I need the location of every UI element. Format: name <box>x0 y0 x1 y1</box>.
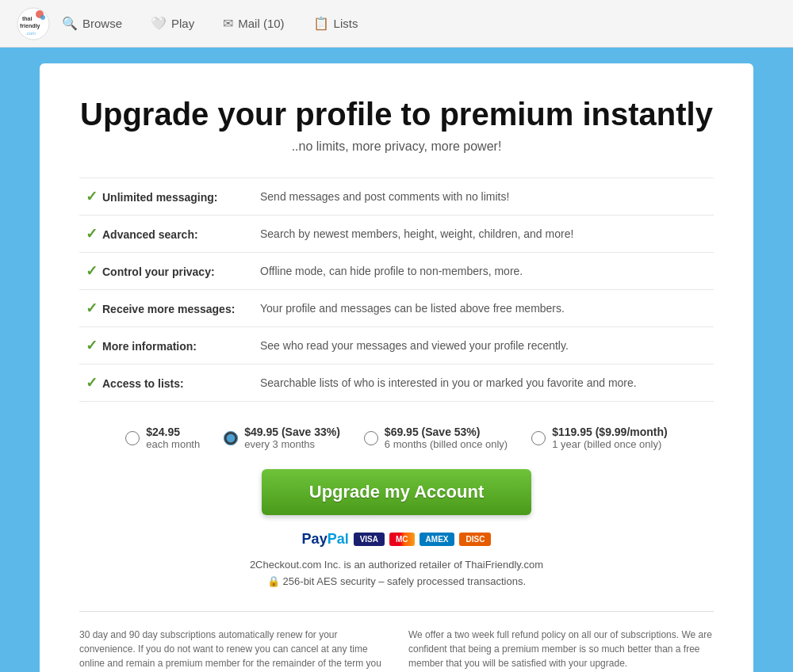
discover-badge: DISC <box>459 533 491 546</box>
list-icon: 📋 <box>313 16 329 31</box>
pricing-option-3months[interactable]: $49.95 (Save 33%) every 3 months <box>224 426 340 450</box>
logo[interactable]: thai friendly .com <box>16 6 51 41</box>
svg-text:.com: .com <box>25 31 36 36</box>
logo-icon: thai friendly .com <box>16 6 51 41</box>
payment-row: PayPal VISA MC AMEX DISC <box>79 531 714 548</box>
feature-row: ✓Unlimited messaging: Send messages and … <box>79 178 714 216</box>
security-aes: 🔒 256-bit AES security – safely processe… <box>79 575 714 587</box>
feature-label: ✓More information: <box>79 327 254 365</box>
pricing-label-3months[interactable]: $49.95 (Save 33%) every 3 months <box>244 426 340 450</box>
pricing-sub-6months: 6 months (billed once only) <box>385 438 508 450</box>
pricing-row: $24.95 each month $49.95 (Save 33%) ever… <box>79 426 714 450</box>
nav-browse[interactable]: 🔍 Browse <box>51 10 133 37</box>
page-subtitle: ..no limits, more privacy, more power! <box>79 139 714 154</box>
feature-label: ✓Control your privacy: <box>79 253 254 290</box>
pricing-radio-1year[interactable] <box>531 431 546 445</box>
feature-row: ✓Access to lists: Searchable lists of wh… <box>79 365 714 402</box>
pricing-sub-3months: every 3 months <box>244 438 340 450</box>
pricing-sub-1month: each month <box>146 438 200 450</box>
feature-description: Search by newest members, height, weight… <box>254 216 714 253</box>
footer-note-1: 30 day and 90 day subscriptions automati… <box>79 628 385 672</box>
feature-row: ✓Receive more messages: Your profile and… <box>79 290 714 327</box>
pricing-main-6months: $69.95 (Save 53%) <box>385 426 508 438</box>
mail-icon: ✉ <box>223 16 233 31</box>
nav-mail-label: Mail (10) <box>238 17 284 30</box>
pricing-main-1month: $24.95 <box>146 426 200 438</box>
feature-description: Searchable lists of who is interested in… <box>254 365 714 402</box>
pricing-label-1month[interactable]: $24.95 each month <box>146 426 200 450</box>
main-card: Upgrade your profile to premium instantl… <box>40 63 753 672</box>
svg-text:thai: thai <box>22 16 33 21</box>
check-icon: ✓ <box>86 338 98 353</box>
pricing-radio-6months[interactable] <box>364 431 378 445</box>
check-icon: ✓ <box>86 263 98 279</box>
pricing-option-1month[interactable]: $24.95 each month <box>125 426 200 450</box>
visa-badge: VISA <box>354 533 385 546</box>
footer-notes: 30 day and 90 day subscriptions automati… <box>79 611 714 672</box>
feature-label: ✓Advanced search: <box>79 216 254 253</box>
feature-row: ✓Advanced search: Search by newest membe… <box>79 216 714 253</box>
nav: 🔍 Browse 🤍 Play ✉ Mail (10) 📋 Lists <box>51 10 369 37</box>
security-text: 2Checkout.com Inc. is an authorized reta… <box>79 559 714 571</box>
feature-label: ✓Unlimited messaging: <box>79 178 254 216</box>
paypal-logo: PayPal <box>302 531 349 548</box>
feature-label: ✓Receive more messages: <box>79 290 254 327</box>
feature-description: See who read your messages and viewed yo… <box>254 327 714 365</box>
features-table: ✓Unlimited messaging: Send messages and … <box>79 178 714 402</box>
page-title: Upgrade your profile to premium instantl… <box>79 95 714 133</box>
pricing-option-6months[interactable]: $69.95 (Save 53%) 6 months (billed once … <box>364 426 508 450</box>
feature-label: ✓Access to lists: <box>79 365 254 402</box>
check-icon: ✓ <box>86 189 98 204</box>
page-wrapper: Upgrade your profile to premium instantl… <box>0 48 793 672</box>
nav-play-label: Play <box>171 17 194 30</box>
svg-point-5 <box>40 15 45 20</box>
pricing-main-3months: $49.95 (Save 33%) <box>244 426 340 438</box>
pricing-radio-3months[interactable] <box>224 431 238 445</box>
pricing-radio-1month[interactable] <box>125 431 140 445</box>
feature-row: ✓More information: See who read your mes… <box>79 327 714 365</box>
search-icon: 🔍 <box>62 16 78 31</box>
feature-description: Offline mode, can hide profile to non-me… <box>254 253 714 290</box>
nav-lists-label: Lists <box>334 17 358 30</box>
mastercard-badge: MC <box>389 533 415 546</box>
pricing-label-6months[interactable]: $69.95 (Save 53%) 6 months (billed once … <box>385 426 508 450</box>
nav-browse-label: Browse <box>82 17 122 30</box>
heart-icon: 🤍 <box>151 16 167 31</box>
footer-note-2: We offer a two week full refund policy o… <box>408 628 714 672</box>
feature-description: Send messages and post comments with no … <box>254 178 714 216</box>
pricing-option-1year[interactable]: $119.95 ($9.99/month) 1 year (billed onc… <box>531 426 668 450</box>
feature-row: ✓Control your privacy: Offline mode, can… <box>79 253 714 290</box>
pricing-sub-1year: 1 year (billed once only) <box>552 438 668 450</box>
upgrade-button[interactable]: Upgrade my Account <box>262 469 531 515</box>
nav-mail[interactable]: ✉ Mail (10) <box>212 10 295 37</box>
nav-lists[interactable]: 📋 Lists <box>302 10 370 37</box>
feature-description: Your profile and messages can be listed … <box>254 290 714 327</box>
check-icon: ✓ <box>86 226 98 242</box>
svg-text:friendly: friendly <box>20 23 40 29</box>
pricing-label-1year[interactable]: $119.95 ($9.99/month) 1 year (billed onc… <box>552 426 668 450</box>
header: thai friendly .com 🔍 Browse 🤍 Play ✉ Mai… <box>0 0 793 48</box>
nav-play[interactable]: 🤍 Play <box>140 10 205 37</box>
check-icon: ✓ <box>86 300 98 316</box>
pricing-main-1year: $119.95 ($9.99/month) <box>552 426 668 438</box>
check-icon: ✓ <box>86 375 98 391</box>
amex-badge: AMEX <box>419 533 455 546</box>
